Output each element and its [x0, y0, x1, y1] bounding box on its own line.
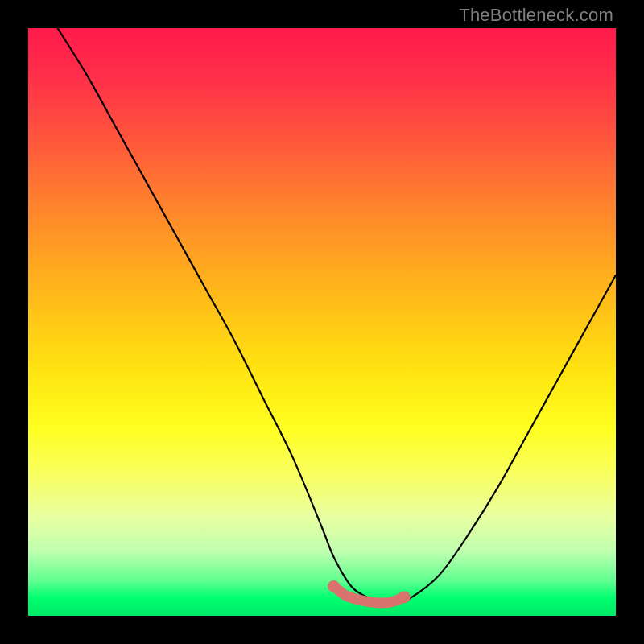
optimal-region-line [334, 587, 405, 603]
bottleneck-curve-line [58, 28, 617, 605]
watermark-text: TheBottleneck.com [459, 5, 613, 26]
optimal-end-dot [398, 591, 411, 603]
chart-container: TheBottleneck.com [0, 0, 644, 644]
optimal-end-dot [328, 580, 340, 592]
chart-svg [28, 28, 616, 616]
plot-area [28, 28, 616, 616]
